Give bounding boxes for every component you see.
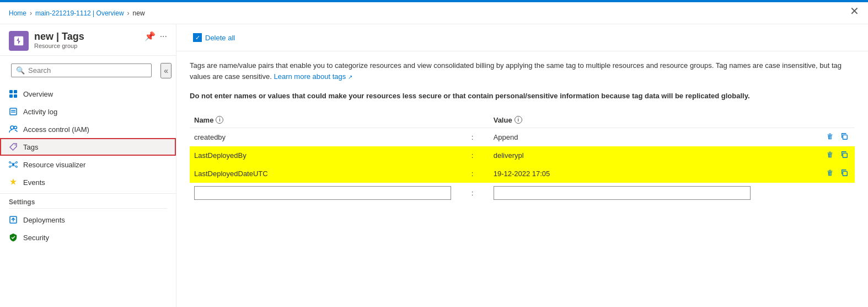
resource-title: new | Tags <box>34 31 139 43</box>
resource-header: new | Tags Resource group 📌 ··· <box>0 24 176 56</box>
row-actions-2 <box>755 146 855 165</box>
svg-point-9 <box>15 145 16 146</box>
table-row: createdby : Append <box>190 128 855 146</box>
svg-point-8 <box>14 126 17 129</box>
copy-row-3-button[interactable] <box>838 168 850 179</box>
breadcrumb-home[interactable]: Home <box>9 9 26 17</box>
name-col-info-icon[interactable]: i <box>216 116 223 124</box>
sidebar-item-overview-label: Overview <box>23 90 53 98</box>
sidebar-item-overview[interactable]: Overview <box>0 85 176 103</box>
svg-rect-22 <box>843 171 847 176</box>
row-actions-3 <box>755 165 855 183</box>
svg-line-17 <box>10 166 13 166</box>
delete-row-3-button[interactable] <box>824 168 836 179</box>
svg-rect-2 <box>9 94 13 98</box>
name-column-header: Name i <box>190 113 456 128</box>
breadcrumb-bar: Home › main-221219-1112 | Overview › new… <box>0 2 868 24</box>
sidebar-item-events-label: Events <box>23 178 45 187</box>
tag-value-createdby: Append <box>489 128 755 146</box>
tag-name-lastdeployedby: LastDeployedBy <box>190 146 456 165</box>
header-actions: 📌 ··· <box>144 31 167 41</box>
new-tag-input-row: : <box>190 183 855 203</box>
sidebar-item-access-control[interactable]: Access control (IAM) <box>0 120 176 138</box>
sidebar-item-tags[interactable]: Tags <box>0 138 176 156</box>
row-actions-1 <box>755 128 855 146</box>
svg-rect-0 <box>9 90 13 93</box>
search-input[interactable] <box>28 66 147 75</box>
nav-list: Overview Activity log <box>0 85 176 191</box>
copy-row-2-button[interactable] <box>838 150 850 161</box>
value-col-info-icon[interactable]: i <box>515 116 522 124</box>
svg-rect-3 <box>14 94 17 98</box>
search-box: 🔍 <box>11 63 152 77</box>
events-icon <box>9 178 18 187</box>
delete-all-label: Delete all <box>205 34 235 42</box>
sidebar-item-tags-label: Tags <box>23 143 38 151</box>
search-icon: 🔍 <box>16 66 25 75</box>
content-area: Delete all Tags are name/value pairs tha… <box>176 24 868 307</box>
sidebar-item-activity-log[interactable]: Activity log <box>0 103 176 120</box>
breadcrumb: Home › main-221219-1112 | Overview › new <box>9 9 145 17</box>
sidebar-item-events[interactable]: Events <box>0 173 176 191</box>
new-tag-value-input[interactable] <box>494 186 751 200</box>
table-row: LastDeployedBy : deliverypl <box>190 146 855 165</box>
sidebar-item-resource-visualizer-label: Resource visualizer <box>23 161 85 169</box>
colon-separator-2: : <box>456 146 489 165</box>
resource-icon <box>9 31 29 51</box>
svg-line-16 <box>13 163 16 163</box>
sidebar-item-deployments[interactable]: Deployments <box>0 211 176 229</box>
page-close-button[interactable]: ✕ <box>850 4 859 18</box>
svg-rect-21 <box>843 153 847 157</box>
table-row: LastDeployedDateUTC : 19-12-2022 17:05 <box>190 165 855 183</box>
breadcrumb-parent[interactable]: main-221219-1112 | Overview <box>35 9 124 17</box>
tags-table: Name i Value i <box>190 113 855 203</box>
sidebar-item-security[interactable]: Security <box>0 229 176 246</box>
activity-log-icon <box>9 107 18 116</box>
security-icon <box>9 233 18 242</box>
delete-row-1-button[interactable] <box>824 131 836 143</box>
breadcrumb-current: new <box>133 9 145 17</box>
tag-name-createdby: createdby <box>190 128 456 146</box>
delete-all-checkbox-icon <box>193 33 202 42</box>
access-control-icon <box>9 125 18 134</box>
tag-value-lastdeployeddateutc: 19-12-2022 17:05 <box>489 165 755 183</box>
copy-row-1-button[interactable] <box>838 131 850 143</box>
collapse-sidebar-button[interactable]: « <box>160 63 172 78</box>
sidebar: new | Tags Resource group 📌 ··· 🔍 « <box>0 24 176 307</box>
value-column-header: Value i <box>489 113 755 128</box>
new-tag-name-input[interactable] <box>194 186 451 200</box>
warning-text: Do not enter names or values that could … <box>190 91 855 102</box>
svg-point-10 <box>12 163 14 166</box>
sidebar-item-resource-visualizer[interactable]: Resource visualizer <box>0 156 176 173</box>
tags-icon <box>9 142 18 151</box>
settings-section-label: Settings <box>0 193 176 208</box>
svg-line-15 <box>10 163 13 163</box>
settings-divider <box>9 208 167 209</box>
svg-rect-20 <box>843 135 847 139</box>
resource-visualizer-icon <box>9 160 18 169</box>
svg-point-7 <box>10 126 14 129</box>
svg-rect-1 <box>14 90 17 93</box>
tag-name-lastdeployeddateutc: LastDeployedDateUTC <box>190 165 456 183</box>
sidebar-item-access-control-label: Access control (IAM) <box>23 125 89 134</box>
actions-column-header <box>755 113 855 128</box>
more-options-icon[interactable]: ··· <box>160 31 167 41</box>
resource-subtitle: Resource group <box>34 43 139 49</box>
resource-title-block: new | Tags Resource group <box>34 31 139 49</box>
deployments-icon <box>9 215 18 224</box>
content-body: Tags are name/value pairs that enable yo… <box>176 51 868 307</box>
description-text: Tags are name/value pairs that enable yo… <box>190 60 855 82</box>
learn-more-link[interactable]: Learn more about tags ↗ <box>274 72 352 81</box>
sidebar-item-deployments-label: Deployments <box>23 216 65 224</box>
new-tag-name-cell <box>190 183 456 203</box>
pin-icon[interactable]: 📌 <box>144 31 156 41</box>
delete-row-2-button[interactable] <box>824 150 836 161</box>
colon-separator-3: : <box>456 165 489 183</box>
delete-all-button[interactable]: Delete all <box>190 31 238 44</box>
external-link-icon: ↗ <box>348 74 352 80</box>
sidebar-item-activity-log-label: Activity log <box>23 108 57 116</box>
svg-rect-4 <box>10 108 17 115</box>
colon-column-header <box>456 113 489 128</box>
search-area: 🔍 « <box>0 56 176 85</box>
overview-icon <box>9 89 18 98</box>
